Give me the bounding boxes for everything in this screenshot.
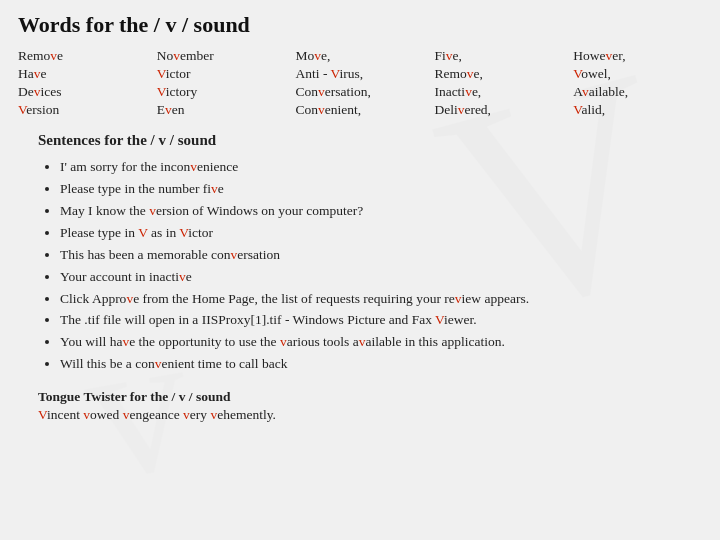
word-item: Convenient, [296,102,425,118]
word-item: November [157,48,286,64]
word-item: Version [18,102,147,118]
list-item: This has been a memorable conversation [60,245,702,266]
sentences-list: I' am sorry for the inconveniencePlease … [60,157,702,375]
word-item: Valid, [573,102,702,118]
words-column: Five,Remove,Inactive,Delivered, [434,48,563,118]
words-column: NovemberVictorVictoryEven [157,48,286,118]
tongue-twister-section: Tongue Twister for the / v / sound Vince… [38,389,702,423]
list-item: You will have the opportunity to use the… [60,332,702,353]
word-item: Have [18,66,147,82]
word-item: Devices [18,84,147,100]
word-item: Remove [18,48,147,64]
list-item: Please type in the number five [60,179,702,200]
list-item: Click Approve from the Home Page, the li… [60,289,702,310]
word-item: Five, [434,48,563,64]
tongue-twister-title: Tongue Twister for the / v / sound [38,389,702,405]
word-item: Available, [573,84,702,100]
word-item: Inactive, [434,84,563,100]
words-grid: RemoveHaveDevicesVersionNovemberVictorVi… [18,48,702,118]
word-item: Vowel, [573,66,702,82]
list-item: Please type in V as in Victor [60,223,702,244]
words-column: However,Vowel,Available,Valid, [573,48,702,118]
word-item: Even [157,102,286,118]
word-item: Delivered, [434,102,563,118]
tongue-twister-text: Vincent vowed vengeance very vehemently. [38,407,702,423]
list-item: The .tif file will open in a IISProxy[1]… [60,310,702,331]
word-item: Anti - Virus, [296,66,425,82]
words-column: Move,Anti - Virus,Conversation,Convenien… [296,48,425,118]
words-column: RemoveHaveDevicesVersion [18,48,147,118]
word-item: Victory [157,84,286,100]
word-item: Remove, [434,66,563,82]
list-item: May I know the version of Windows on you… [60,201,702,222]
word-item: Victor [157,66,286,82]
list-item: Your account in inactive [60,267,702,288]
word-item: Conversation, [296,84,425,100]
page-title: Words for the / v / sound [18,12,702,38]
word-item: However, [573,48,702,64]
word-item: Move, [296,48,425,64]
sentences-title: Sentences for the / v / sound [38,132,702,149]
list-item: I' am sorry for the inconvenience [60,157,702,178]
list-item: Will this be a convenient time to call b… [60,354,702,375]
